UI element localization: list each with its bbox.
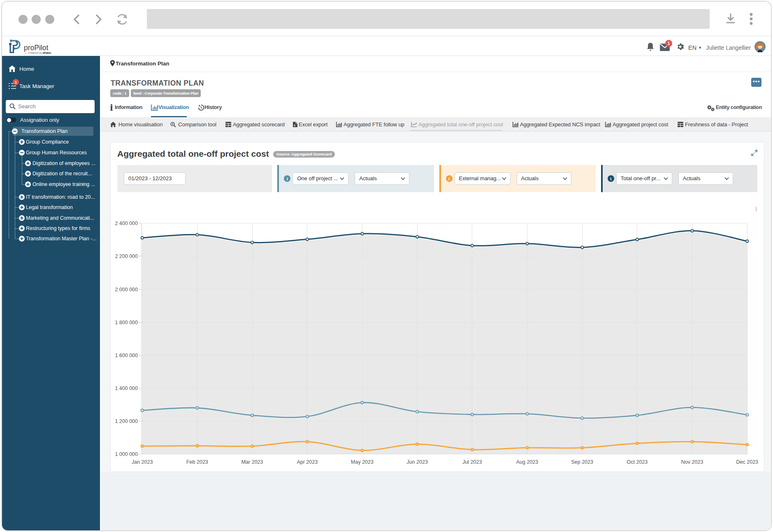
svg-text:1 600 000: 1 600 000 [115, 353, 138, 358]
svg-text:Dec 2023: Dec 2023 [736, 459, 759, 465]
svg-text:2 400 000: 2 400 000 [115, 221, 138, 226]
svg-text:Apr 2023: Apr 2023 [297, 459, 318, 465]
svg-text:proPilot: proPilot [24, 44, 48, 52]
svg-text:1 400 000: 1 400 000 [115, 386, 138, 391]
svg-text:2 200 000: 2 200 000 [115, 253, 138, 259]
svg-text:1 800 000: 1 800 000 [115, 320, 138, 325]
svg-text:Feb 2023: Feb 2023 [186, 459, 208, 465]
svg-text:Mar 2023: Mar 2023 [241, 459, 263, 465]
svg-text:Aug 2023: Aug 2023 [516, 459, 539, 465]
svg-text:Oct 2023: Oct 2023 [627, 459, 648, 465]
svg-text:Jun 2023: Jun 2023 [406, 459, 427, 465]
svg-text:2 000 000: 2 000 000 [115, 287, 138, 293]
svg-text:Jul 2023: Jul 2023 [462, 459, 482, 465]
svg-text:1 000 000: 1 000 000 [115, 451, 138, 457]
svg-text:Sep 2023: Sep 2023 [571, 459, 593, 465]
svg-text:Jan 2023: Jan 2023 [132, 459, 153, 465]
svg-text:May 2023: May 2023 [351, 459, 374, 465]
svg-text:— Powered by dFakto: — Powered by dFakto [24, 51, 51, 55]
svg-text:1 200 000: 1 200 000 [115, 418, 138, 424]
svg-text:Nov 2023: Nov 2023 [681, 459, 703, 465]
